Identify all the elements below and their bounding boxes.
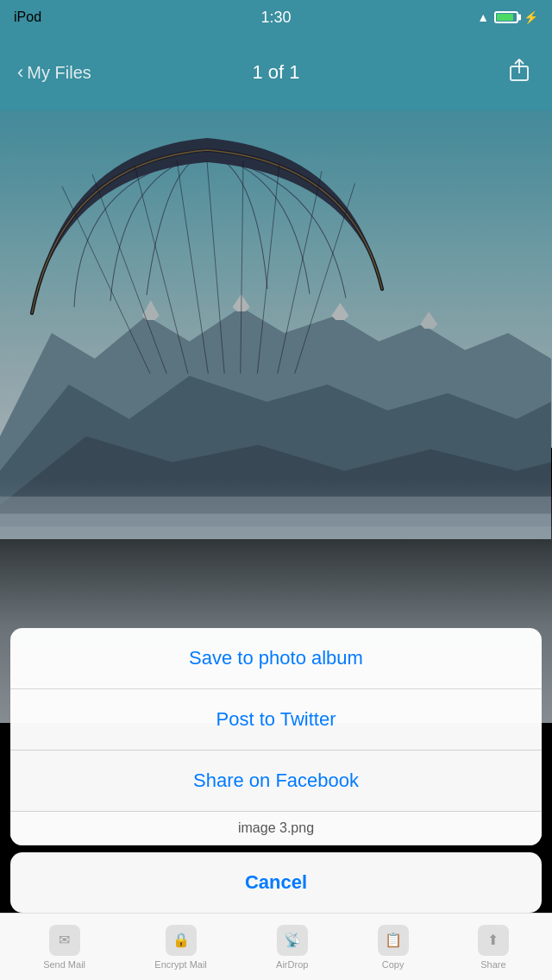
location-icon: ▲: [477, 10, 489, 24]
copy-label: Copy: [382, 959, 405, 970]
toolbar-airdrop[interactable]: 📡 AirDrop: [276, 925, 308, 970]
back-label: My Files: [27, 63, 91, 83]
cancel-sheet: Cancel: [10, 852, 542, 913]
page-indicator: 1 of 1: [252, 61, 299, 84]
cancel-button[interactable]: Cancel: [10, 852, 542, 913]
toolbar-share-label: Share: [480, 959, 505, 970]
navigation-bar: ‹ My Files 1 of 1: [0, 35, 552, 110]
battery-fill: [497, 14, 513, 21]
action-sheet: Save to photo album Post to Twitter Shar…: [0, 628, 552, 913]
toolbar-copy[interactable]: 📋 Copy: [378, 925, 409, 970]
airdrop-icon: 📡: [277, 925, 308, 956]
carrier-label: iPod: [14, 9, 41, 25]
toolbar-share[interactable]: ⬆ Share: [478, 925, 509, 970]
toolbar-encrypt-mail[interactable]: 🔒 Encrypt Mail: [154, 925, 207, 970]
action-sheet-main: Save to photo album Post to Twitter Shar…: [10, 628, 542, 845]
filename-text: image 3.png: [238, 820, 314, 835]
battery-indicator: [494, 11, 518, 23]
airdrop-label: AirDrop: [276, 959, 308, 970]
back-chevron-icon: ‹: [17, 63, 23, 82]
send-mail-icon: ✉: [49, 925, 80, 956]
status-bar: iPod 1:30 ▲ ⚡: [0, 0, 552, 35]
bottom-toolbar: ✉ Send Mail 🔒 Encrypt Mail 📡 AirDrop 📋 C…: [0, 913, 552, 980]
toolbar-share-icon: ⬆: [478, 925, 509, 956]
status-icons: ▲ ⚡: [477, 10, 538, 24]
charging-icon: ⚡: [524, 10, 538, 24]
status-time: 1:30: [260, 9, 291, 27]
send-mail-label: Send Mail: [43, 959, 85, 970]
save-photo-album-button[interactable]: Save to photo album: [10, 628, 542, 689]
share-button[interactable]: [500, 51, 538, 94]
post-twitter-button[interactable]: Post to Twitter: [10, 689, 542, 751]
encrypt-mail-label: Encrypt Mail: [154, 959, 207, 970]
copy-icon: 📋: [378, 925, 409, 956]
encrypt-mail-icon: 🔒: [166, 925, 197, 956]
back-button[interactable]: ‹ My Files: [14, 56, 95, 90]
share-icon: [507, 58, 531, 82]
toolbar-send-mail[interactable]: ✉ Send Mail: [43, 925, 85, 970]
share-facebook-button[interactable]: Share on Facebook: [10, 751, 542, 812]
battery-body: [494, 11, 518, 23]
filename-row: image 3.png: [10, 812, 542, 845]
